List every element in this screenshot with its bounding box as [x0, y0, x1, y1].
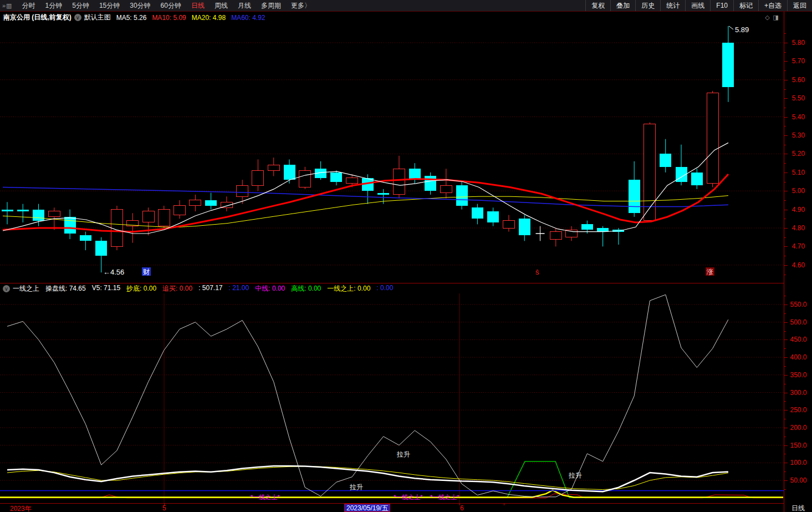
- axis-tick: [784, 275, 786, 275]
- candle-21[interactable]: [330, 170, 342, 185]
- main-axis-label: 5.30: [784, 131, 812, 139]
- caopan-line: [7, 466, 728, 491]
- toolbar-button-5[interactable]: F10: [710, 0, 733, 11]
- period-tab-5[interactable]: 60分钟: [156, 1, 186, 11]
- candle-44[interactable]: [691, 169, 703, 189]
- indicator-annotation-5: *一线之上*: [430, 494, 459, 500]
- axis-tick: [784, 265, 788, 266]
- toolbar-button-6[interactable]: 标记: [733, 0, 758, 11]
- candle-32[interactable]: [503, 215, 514, 232]
- candle-12[interactable]: [190, 195, 201, 211]
- axis-tick: [784, 339, 788, 340]
- indicator-field-6: 中线: 0.00: [255, 284, 285, 293]
- indicator-field-3: 追买: 0.00: [162, 284, 192, 293]
- candle-38[interactable]: [597, 226, 609, 247]
- candle-13[interactable]: [205, 193, 217, 210]
- selected-date-label[interactable]: 2023/05/19/五: [344, 504, 390, 512]
- main-axis-label: 4.90: [784, 206, 812, 214]
- candle-46[interactable]: [722, 26, 734, 102]
- toolbar-button-8[interactable]: 返回: [787, 0, 812, 11]
- period-tab-0[interactable]: 分时: [17, 1, 40, 11]
- axis-tick: [784, 126, 786, 126]
- series-高线: [0, 462, 783, 498]
- year-label: 2023年: [10, 504, 32, 512]
- candle-27[interactable]: [425, 173, 436, 195]
- candle-14[interactable]: [221, 196, 232, 211]
- candle-36[interactable]: [566, 226, 578, 241]
- axis-tick: [504, 503, 504, 505]
- toolbar-button-1[interactable]: 叠加: [610, 0, 635, 11]
- candle-0[interactable]: [2, 202, 13, 224]
- candlestick-chart[interactable]: ←4.565.89财ŝ涨: [0, 23, 784, 283]
- candle-7[interactable]: [111, 206, 122, 250]
- chart-annotation-3: ŝ: [535, 268, 539, 276]
- period-toolbar: »▥ 分时1分钟5分钟15分钟30分钟60分钟日线周线月线多周期更多〉 复权叠加…: [0, 0, 812, 12]
- period-tab-9[interactable]: 多周期: [256, 1, 286, 11]
- period-tab-8[interactable]: 月线: [233, 1, 256, 11]
- indicator-field-7: 高线: 0.00: [291, 284, 321, 293]
- candle-8[interactable]: [127, 213, 139, 242]
- axis-tick: [784, 80, 788, 80]
- chevron-down-circle-icon[interactable]: ∨: [74, 14, 81, 21]
- candle-25[interactable]: [394, 156, 405, 199]
- period-tab-2[interactable]: 5分钟: [67, 1, 94, 11]
- candle-31[interactable]: [487, 207, 499, 226]
- split-square-icon[interactable]: ◨: [773, 14, 779, 21]
- axis-tick: [784, 375, 788, 376]
- candle-11[interactable]: [174, 200, 186, 219]
- axis-tick: [784, 419, 786, 419]
- period-tab-4[interactable]: 30分钟: [125, 1, 155, 11]
- toolbar-button-2[interactable]: 历史: [635, 0, 660, 11]
- axis-tick: [784, 384, 786, 384]
- period-tab-6[interactable]: 日线: [186, 1, 210, 11]
- window-controls-icon[interactable]: »▥: [2, 2, 13, 9]
- axis-tick: [784, 173, 788, 173]
- indicator-collapse-icon[interactable]: ∨: [3, 285, 10, 292]
- main-axis-label: 4.70: [784, 242, 812, 250]
- candle-15[interactable]: [237, 180, 248, 204]
- indicator-annotation-4: *一线之上*: [394, 494, 423, 500]
- indicator-chart[interactable]: 拉升拉升拉升*一线之上**一线之上**一线之上*: [0, 293, 784, 503]
- period-tab-1[interactable]: 1分钟: [40, 1, 68, 11]
- period-tab-3[interactable]: 15分钟: [94, 1, 125, 11]
- indicator-annotation-1: 拉升: [349, 483, 363, 491]
- candle-16[interactable]: [252, 159, 264, 191]
- candle-35[interactable]: [550, 228, 561, 246]
- candle-30[interactable]: [472, 204, 483, 225]
- sub-axis-label: 350.0: [784, 371, 812, 379]
- candle-20[interactable]: [315, 161, 326, 180]
- toolbar-button-7[interactable]: +自选: [758, 0, 787, 11]
- candle-19[interactable]: [299, 167, 311, 189]
- chart-annotation-4: 涨: [706, 268, 713, 276]
- candle-5[interactable]: [80, 232, 91, 250]
- candle-10[interactable]: [158, 206, 170, 230]
- candle-40[interactable]: [629, 161, 640, 217]
- candle-4[interactable]: [64, 210, 76, 239]
- period-tab-10[interactable]: 更多〉: [286, 1, 316, 11]
- axis-tick: [784, 445, 788, 446]
- candle-17[interactable]: [268, 158, 279, 176]
- month-may-label: 5: [162, 504, 166, 512]
- candle-28[interactable]: [440, 169, 452, 198]
- candle-42[interactable]: [660, 139, 671, 173]
- diamond-icon[interactable]: ◇: [765, 14, 769, 21]
- candle-26[interactable]: [409, 163, 421, 184]
- candle-1[interactable]: [17, 204, 29, 222]
- indicator-field-1: V5: 71.15: [92, 284, 120, 293]
- toolbar-button-3[interactable]: 统计: [660, 0, 685, 11]
- axis-tick: [784, 296, 786, 296]
- chart-annotation-2: 财: [143, 268, 150, 276]
- candle-33[interactable]: [519, 215, 530, 241]
- trend-line: [7, 295, 728, 497]
- toolbar-button-4[interactable]: 画线: [685, 0, 710, 11]
- axis-tick: [784, 480, 788, 481]
- candle-45[interactable]: [707, 91, 718, 187]
- ma-value-1: MA10: 5.09: [152, 14, 186, 22]
- candle-29[interactable]: [456, 182, 468, 210]
- toolbar-button-0[interactable]: 复权: [585, 0, 610, 11]
- axis-tick: [784, 366, 786, 367]
- candle-34[interactable]: [536, 226, 545, 241]
- period-tab-7[interactable]: 周线: [210, 1, 233, 11]
- candle-6[interactable]: [95, 237, 107, 272]
- axis-tick: [784, 135, 788, 136]
